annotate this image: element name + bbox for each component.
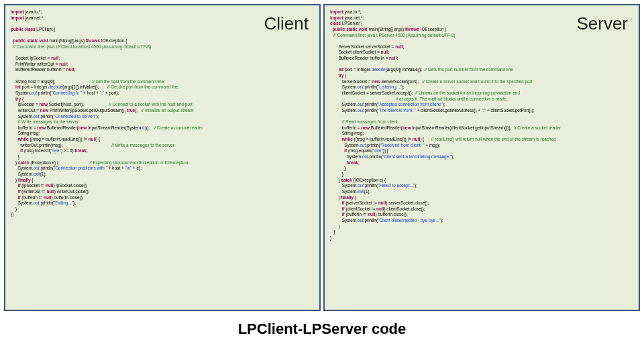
- server-code: import java.io.*; import java.net.*; cla…: [330, 9, 633, 241]
- code-panels: Client import java.io.*; import java.net…: [0, 0, 644, 315]
- client-panel: Client import java.io.*; import java.net…: [4, 4, 321, 311]
- slide-footer: LPClient-LPServer code: [0, 320, 644, 338]
- server-title: Server: [576, 13, 628, 34]
- server-panel: Server import java.io.*; import java.net…: [323, 4, 640, 311]
- client-code: import java.io.*; import java.net.*; pub…: [11, 9, 314, 218]
- client-title: Client: [264, 13, 309, 34]
